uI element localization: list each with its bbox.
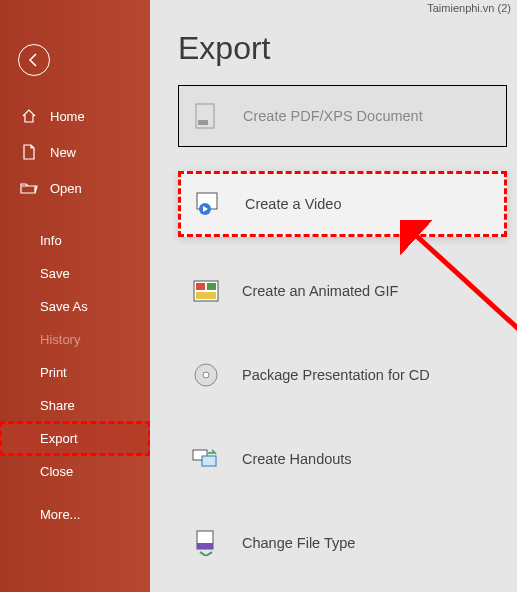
- export-option-label: Create PDF/XPS Document: [243, 108, 423, 124]
- sidebar-item-share[interactable]: Share: [0, 389, 150, 422]
- svg-rect-13: [197, 543, 213, 549]
- export-option-pdf-xps[interactable]: Create PDF/XPS Document: [178, 85, 507, 147]
- sidebar-item-label: Share: [40, 398, 75, 413]
- sidebar-item-save-as[interactable]: Save As: [0, 290, 150, 323]
- export-option-label: Package Presentation for CD: [242, 367, 430, 383]
- export-option-label: Create an Animated GIF: [242, 283, 398, 299]
- gif-icon: [192, 277, 220, 305]
- titlebar-text: Taimienphi.vn (2): [427, 2, 511, 14]
- export-option-label: Create Handouts: [242, 451, 352, 467]
- sidebar-item-label: Save: [40, 266, 70, 281]
- export-option-gif[interactable]: Create an Animated GIF: [178, 261, 507, 321]
- new-doc-icon: [20, 143, 38, 161]
- sidebar-item-save[interactable]: Save: [0, 257, 150, 290]
- sidebar-item-open[interactable]: Open: [0, 170, 150, 206]
- svg-rect-1: [198, 120, 208, 125]
- export-main-panel: Export Create PDF/XPS Document Create a …: [150, 0, 517, 592]
- sidebar-item-info[interactable]: Info: [0, 224, 150, 257]
- sidebar-item-new[interactable]: New: [0, 134, 150, 170]
- handouts-icon: [192, 445, 220, 473]
- pdf-xps-icon: [193, 102, 221, 130]
- video-icon: [195, 190, 223, 218]
- sidebar-item-label: Save As: [40, 299, 88, 314]
- app-window: Taimienphi.vn (2) Home New: [0, 0, 517, 592]
- backstage-sidebar: Home New Open Info Save Save As History …: [0, 0, 150, 592]
- export-option-label: Change File Type: [242, 535, 355, 551]
- sidebar-item-label: Info: [40, 233, 62, 248]
- svg-rect-7: [196, 292, 216, 299]
- back-button[interactable]: [18, 44, 50, 76]
- export-option-list: Create PDF/XPS Document Create a Video C…: [178, 85, 507, 573]
- sidebar-item-label: Open: [50, 181, 82, 196]
- sidebar-item-label: Home: [50, 109, 85, 124]
- sidebar-item-label: History: [40, 332, 80, 347]
- page-title: Export: [178, 30, 507, 67]
- sidebar-item-more[interactable]: More...: [0, 498, 150, 531]
- sidebar-item-label: Export: [40, 431, 78, 446]
- cd-icon: [192, 361, 220, 389]
- sidebar-item-home[interactable]: Home: [0, 98, 150, 134]
- open-folder-icon: [20, 179, 38, 197]
- export-option-handouts[interactable]: Create Handouts: [178, 429, 507, 489]
- file-type-icon: [192, 529, 220, 557]
- svg-rect-6: [207, 283, 216, 290]
- sidebar-item-history: History: [0, 323, 150, 356]
- sidebar-item-close[interactable]: Close: [0, 455, 150, 488]
- sidebar-item-label: Print: [40, 365, 67, 380]
- export-option-file-type[interactable]: Change File Type: [178, 513, 507, 573]
- sidebar-item-label: More...: [40, 507, 80, 522]
- svg-point-9: [203, 372, 209, 378]
- sidebar-item-print[interactable]: Print: [0, 356, 150, 389]
- arrow-left-icon: [26, 52, 42, 68]
- sidebar-item-label: New: [50, 145, 76, 160]
- sidebar-item-label: Close: [40, 464, 73, 479]
- export-option-video[interactable]: Create a Video: [178, 171, 507, 237]
- svg-rect-5: [196, 283, 205, 290]
- svg-rect-11: [202, 456, 216, 466]
- export-option-label: Create a Video: [245, 196, 341, 212]
- export-option-cd[interactable]: Package Presentation for CD: [178, 345, 507, 405]
- sidebar-item-export[interactable]: Export: [0, 422, 150, 455]
- home-icon: [20, 107, 38, 125]
